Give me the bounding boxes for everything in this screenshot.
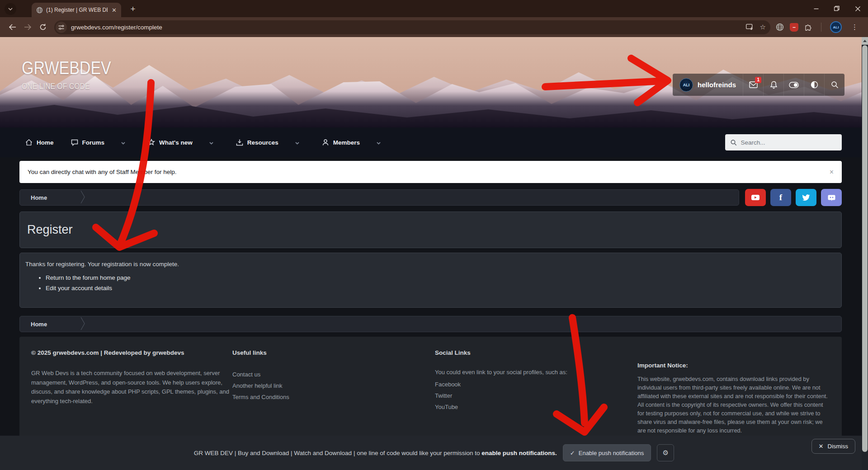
footer-link-facebook[interactable]: Facebook — [435, 379, 575, 390]
user-panel: ALI hellofreinds 1 — [673, 74, 844, 96]
chevron-down-icon — [377, 142, 381, 145]
breadcrumb-row: Home f — [19, 189, 842, 206]
footer-link-twitter[interactable]: Twitter — [435, 390, 575, 401]
nav-item-resources[interactable]: Resources — [236, 139, 278, 146]
footer-link-contact-us[interactable]: Contact us — [232, 369, 336, 380]
registration-complete-box: Thanks for registering. Your registratio… — [19, 253, 842, 308]
nav-item-members[interactable]: Members — [322, 139, 360, 146]
menu-dots-icon[interactable]: ⋮ — [848, 23, 862, 31]
restore-button[interactable] — [826, 0, 847, 17]
tab-search-button[interactable] — [5, 3, 16, 15]
chevron-down-icon — [121, 142, 125, 145]
browser-toolbar: grwebdevs.com/register/complete ☆ – ALI … — [0, 17, 868, 37]
page-title-box: Register — [19, 212, 842, 248]
adblock-shield-icon[interactable]: – — [790, 23, 798, 32]
dismiss-button[interactable]: ✕ Dismiss — [811, 439, 855, 454]
twitter-icon[interactable] — [796, 189, 816, 206]
bookmark-star-icon[interactable]: ☆ — [760, 23, 766, 31]
nav-label: Forums — [82, 139, 105, 146]
site-logo[interactable]: GRWEBDEV — [22, 58, 111, 78]
alerts-button[interactable] — [763, 74, 783, 96]
site-info-icon[interactable] — [56, 22, 67, 33]
footer-about-column: © 2025 grwebdevs.com | Redeveloped by gr… — [31, 349, 236, 406]
minimize-button[interactable] — [806, 0, 826, 17]
username[interactable]: hellofreinds — [698, 81, 736, 89]
contrast-icon — [811, 81, 818, 89]
tab-close-icon[interactable]: ✕ — [111, 7, 118, 14]
url-text[interactable]: grwebdevs.com/register/complete — [71, 24, 746, 31]
site-tagline: ONE LINE OF CODE — [22, 82, 114, 91]
breadcrumb-home-link[interactable]: Home — [31, 321, 47, 328]
footer-link-terms[interactable]: Terms and Conditions — [232, 391, 336, 403]
footer-social-intro: You could even link to your social profi… — [435, 369, 575, 376]
toolbar-divider — [821, 23, 821, 32]
push-message-bold: enable push notifications. — [481, 450, 557, 456]
footer-link-youtube[interactable]: YouTube — [435, 401, 575, 413]
social-buttons: f — [745, 189, 842, 206]
push-notification-bar: GR WEB DEV | Buy and Download | Watch an… — [0, 436, 868, 470]
registration-links: Return to the forum home page Edit your … — [25, 274, 836, 291]
footer-useful-links-column: Useful links Contact us Another helpful … — [232, 349, 336, 403]
url-bar[interactable]: grwebdevs.com/register/complete ☆ — [54, 20, 770, 34]
forward-button[interactable] — [20, 19, 35, 35]
nav-item-whats-new[interactable]: What's new — [148, 139, 193, 146]
account-details-link[interactable]: Edit your account details — [46, 285, 112, 291]
footer-copyright: © 2025 grwebdevs.com | Redeveloped by gr… — [31, 349, 236, 356]
theme-toggle-button[interactable] — [783, 74, 804, 96]
breadcrumb: Home — [19, 189, 739, 206]
header-search-button[interactable] — [824, 74, 844, 96]
inbox-button[interactable]: 1 — [743, 74, 763, 96]
site-footer: © 2025 grwebdevs.com | Redeveloped by gr… — [19, 337, 842, 438]
site-logo-block[interactable]: GRWEBDEV ONE LINE OF CODE — [22, 58, 127, 91]
close-window-button[interactable] — [847, 0, 868, 17]
site-header: GRWEBDEV ONE LINE OF CODE ALI hellofrein… — [0, 37, 868, 127]
discord-icon[interactable] — [821, 189, 842, 206]
back-button[interactable] — [5, 19, 20, 35]
new-tab-button[interactable]: + — [127, 4, 138, 14]
notice-text: You can directly chat with any of Staff … — [28, 169, 176, 175]
extensions-area: – ALI ⋮ — [776, 21, 862, 33]
extensions-puzzle-icon[interactable] — [804, 23, 812, 31]
search-input[interactable] — [741, 139, 836, 146]
forum-home-link[interactable]: Return to the forum home page — [46, 274, 131, 281]
chevron-down-icon — [295, 142, 299, 145]
search-icon — [831, 81, 839, 89]
nav-dropdown-members[interactable] — [377, 138, 381, 146]
registration-message: Thanks for registering. Your registratio… — [25, 261, 836, 268]
breadcrumb-home-link[interactable]: Home — [31, 194, 47, 201]
nav-dropdown-resources[interactable] — [295, 138, 299, 146]
nav-search-box[interactable] — [725, 134, 842, 150]
scrollbar-thumb[interactable] — [862, 45, 868, 452]
footer-social-column: Social Links You could even link to your… — [435, 349, 575, 413]
tab-strip: (1) Register | GR WEB DEV | Buy ✕ + — [0, 0, 868, 17]
list-item: Return to the forum home page — [46, 274, 836, 281]
members-icon — [322, 139, 329, 146]
nav-label: Members — [333, 139, 360, 146]
user-avatar[interactable]: ALI — [679, 78, 693, 92]
facebook-icon[interactable]: f — [770, 189, 791, 206]
tab-title: (1) Register | GR WEB DEV | Buy — [46, 7, 108, 13]
resources-icon — [236, 139, 243, 146]
nav-dropdown-forums[interactable] — [121, 138, 125, 146]
extension-globe-icon[interactable] — [776, 23, 784, 31]
browser-tab[interactable]: (1) Register | GR WEB DEV | Buy ✕ — [32, 3, 121, 17]
push-settings-button[interactable]: ⚙ — [657, 444, 674, 461]
browser-profile-avatar[interactable]: ALI — [830, 21, 842, 33]
style-chooser-button[interactable] — [804, 74, 824, 96]
breadcrumb-chevron-icon — [80, 317, 85, 332]
account-menu[interactable]: ALI hellofreinds — [673, 74, 743, 96]
nav-item-home[interactable]: Home — [25, 139, 54, 146]
enable-push-button[interactable]: ✓ Enable push notifications — [563, 444, 651, 461]
window-controls — [806, 0, 868, 17]
reload-button[interactable] — [35, 19, 51, 35]
install-icon[interactable] — [746, 24, 754, 31]
close-icon[interactable]: × — [830, 168, 834, 176]
nav-item-forums[interactable]: Forums — [71, 139, 105, 146]
page-scrollbar[interactable] — [862, 37, 868, 470]
footer-link-another-helpful[interactable]: Another helpful link — [232, 380, 336, 391]
youtube-icon[interactable] — [745, 189, 766, 206]
footer-notice-title: Important Notice: — [637, 362, 831, 369]
nav-label: Home — [37, 139, 54, 146]
scroll-up-icon[interactable] — [862, 37, 868, 45]
nav-dropdown-whats-new[interactable] — [209, 138, 213, 146]
